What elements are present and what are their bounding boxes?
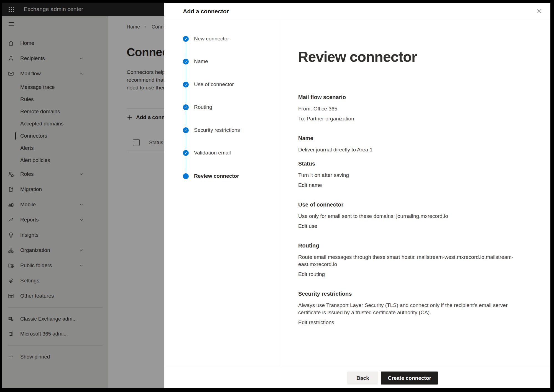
edit-use-link[interactable]: Edit use [298, 223, 317, 230]
wizard-step-label: Review connector [194, 173, 239, 179]
section-header: Security restrictions [298, 290, 522, 297]
wizard-step-label: Validation email [194, 150, 231, 156]
review-section: Mail flow scenarioFrom: Office 365To: Pa… [298, 94, 522, 122]
review-section: NameDeliver journal directly to Area 1St… [298, 135, 522, 189]
section-text: Turn it on after saving [298, 172, 522, 179]
wizard-step-label: Security restrictions [194, 127, 240, 133]
review-section: Security restrictionsAlways use Transpor… [298, 290, 522, 326]
section-header: Name [298, 135, 522, 142]
review-sections: Mail flow scenarioFrom: Office 365To: Pa… [298, 89, 522, 326]
step-complete-icon [183, 150, 189, 156]
step-complete-icon [183, 104, 189, 110]
section-text: Always use Transport Layer Security (TLS… [298, 302, 522, 316]
screen: Exchange admin center HomeRecipientsMail… [2, 3, 550, 388]
review-section: Use of connectorUse only for email sent … [298, 201, 522, 230]
wizard-step-label: Name [194, 58, 208, 65]
dialog-footer: Back Create connector [164, 366, 550, 388]
edit-routing-link[interactable]: Edit routing [298, 271, 325, 278]
wizard-step-label: Use of connector [194, 81, 234, 87]
add-connector-dialog: Add a connector New connectorNameUse of … [164, 3, 550, 388]
step-connector-line [186, 134, 187, 149]
dialog-header: Add a connector [164, 3, 550, 20]
section-header: Mail flow scenario [298, 94, 522, 101]
wizard-step-label: Routing [194, 104, 212, 110]
step-connector-line [186, 65, 187, 81]
close-button[interactable] [534, 6, 544, 16]
section-header: Use of connector [298, 201, 522, 208]
step-connector-line [186, 157, 187, 172]
close-icon [537, 8, 542, 14]
section-text: Route email messages through these smart… [298, 254, 522, 268]
step-connector-line [186, 88, 187, 103]
back-button[interactable]: Back [347, 372, 378, 385]
step-connector-line [186, 111, 187, 126]
section-text: To: Partner organization [298, 115, 522, 122]
step-complete-icon [183, 127, 189, 133]
step-connector-line [186, 43, 187, 58]
section-text: From: Office 365 [298, 105, 522, 112]
section-text: Deliver journal directly to Area 1 [298, 146, 522, 153]
step-complete-icon [183, 82, 189, 87]
create-connector-button[interactable]: Create connector [381, 372, 438, 385]
divider [280, 20, 280, 366]
section-header: Status [298, 160, 522, 167]
dialog-title: Add a connector [183, 3, 229, 20]
edit-restrictions-link[interactable]: Edit restrictions [298, 319, 334, 326]
wizard-steps: New connectorNameUse of connectorRouting… [164, 20, 280, 366]
step-complete-icon [183, 36, 189, 42]
edit-name-link[interactable]: Edit name [298, 182, 322, 189]
wizard-step-label: New connector [194, 36, 229, 42]
section-text: Use only for email sent to these domains… [298, 213, 522, 220]
step-current-dot [183, 173, 189, 179]
review-section: RoutingRoute email messages through thes… [298, 242, 522, 278]
step-complete-icon [183, 59, 189, 65]
section-header: Routing [298, 242, 522, 249]
review-heading: Review connector [298, 48, 417, 65]
